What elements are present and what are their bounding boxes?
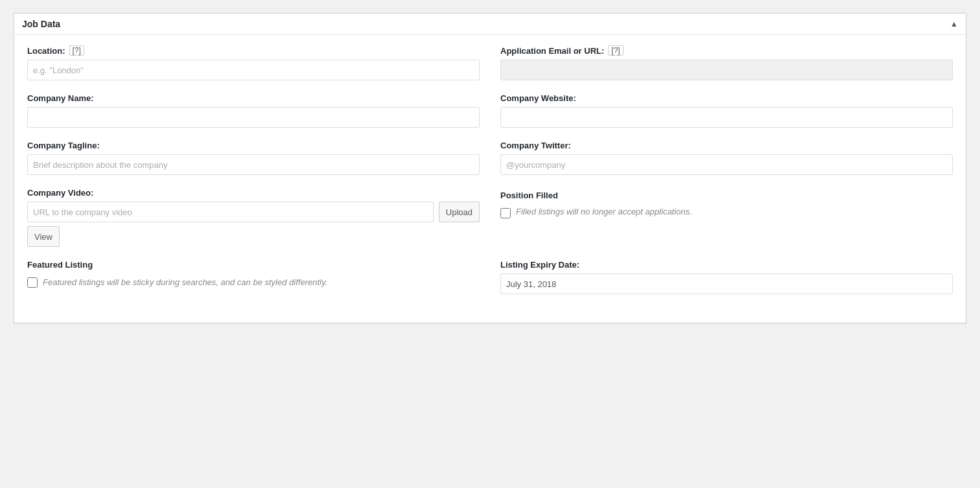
company-tagline-label: Company Tagline: — [27, 141, 480, 150]
form-group-location: Location: [?] — [27, 45, 480, 80]
view-button[interactable]: View — [27, 226, 60, 247]
panel-body: Location: [?] Application Email or URL: … — [14, 35, 966, 323]
row-video-position: Company Video: Upload View Position Fill… — [27, 188, 953, 247]
form-group-company-video: Company Video: Upload View — [27, 188, 480, 247]
listing-expiry-input[interactable] — [500, 273, 953, 294]
company-tagline-input[interactable] — [27, 154, 480, 175]
position-filled-checkbox-label: Filled listings will no longer accept ap… — [516, 207, 692, 216]
featured-listing-checkbox-row: Featured listings will be sticky during … — [27, 276, 480, 289]
row-tagline-twitter: Company Tagline: Company Twitter: — [27, 141, 953, 175]
panel-header: Job Data ▲ — [14, 14, 966, 35]
form-group-position-filled: Position Filled Filled listings will no … — [500, 191, 953, 218]
form-group-company-website: Company Website: — [500, 93, 953, 128]
location-helper[interactable]: [?] — [69, 45, 84, 56]
video-input-row: Upload — [27, 202, 480, 222]
company-name-input[interactable] — [27, 107, 480, 128]
position-filled-label: Position Filled — [500, 191, 953, 200]
form-group-company-twitter: Company Twitter: — [500, 141, 953, 175]
company-video-input[interactable] — [27, 202, 434, 222]
col-position-filled: Position Filled Filled listings will no … — [500, 188, 953, 247]
col-company-tagline: Company Tagline: — [27, 141, 480, 175]
company-twitter-input[interactable] — [500, 154, 953, 175]
featured-listing-label: Featured Listing — [27, 260, 480, 270]
col-company-video: Company Video: Upload View — [27, 188, 480, 247]
panel-title: Job Data — [22, 19, 60, 29]
position-filled-checkbox[interactable] — [500, 208, 511, 218]
row-company-name-website: Company Name: Company Website: — [27, 93, 953, 128]
featured-listing-checkbox-label: Featured listings will be sticky during … — [43, 276, 327, 289]
company-video-label: Company Video: — [27, 188, 480, 198]
view-btn-row: View — [27, 226, 480, 247]
application-email-helper[interactable]: [?] — [608, 45, 623, 56]
listing-expiry-label: Listing Expiry Date: — [500, 260, 953, 270]
col-listing-expiry: Listing Expiry Date: — [500, 260, 953, 294]
form-group-application-email: Application Email or URL: [?] — [500, 45, 953, 80]
col-company-website: Company Website: — [500, 93, 953, 128]
featured-listing-checkbox[interactable] — [27, 277, 38, 288]
form-group-featured-listing: Featured Listing Featured listings will … — [27, 260, 480, 289]
location-input[interactable] — [27, 60, 480, 80]
col-application-email: Application Email or URL: [?] — [500, 45, 953, 80]
panel-toggle-icon[interactable]: ▲ — [950, 19, 958, 29]
location-label: Location: [?] — [27, 45, 480, 56]
position-filled-checkbox-row: Filled listings will no longer accept ap… — [500, 207, 953, 218]
row-featured-expiry: Featured Listing Featured listings will … — [27, 260, 953, 294]
form-group-listing-expiry: Listing Expiry Date: — [500, 260, 953, 294]
col-company-twitter: Company Twitter: — [500, 141, 953, 175]
application-email-input[interactable] — [500, 60, 953, 80]
application-email-label: Application Email or URL: [?] — [500, 45, 953, 56]
form-group-company-tagline: Company Tagline: — [27, 141, 480, 175]
company-website-input[interactable] — [500, 107, 953, 128]
company-website-label: Company Website: — [500, 93, 953, 103]
company-twitter-label: Company Twitter: — [500, 141, 953, 150]
form-group-company-name: Company Name: — [27, 93, 480, 128]
row-location-email: Location: [?] Application Email or URL: … — [27, 45, 953, 80]
job-data-panel: Job Data ▲ Location: [?] Application Ema… — [14, 13, 966, 323]
col-featured-listing: Featured Listing Featured listings will … — [27, 260, 480, 294]
upload-button[interactable]: Upload — [439, 202, 480, 222]
company-name-label: Company Name: — [27, 93, 480, 103]
col-location: Location: [?] — [27, 45, 480, 80]
col-company-name: Company Name: — [27, 93, 480, 128]
